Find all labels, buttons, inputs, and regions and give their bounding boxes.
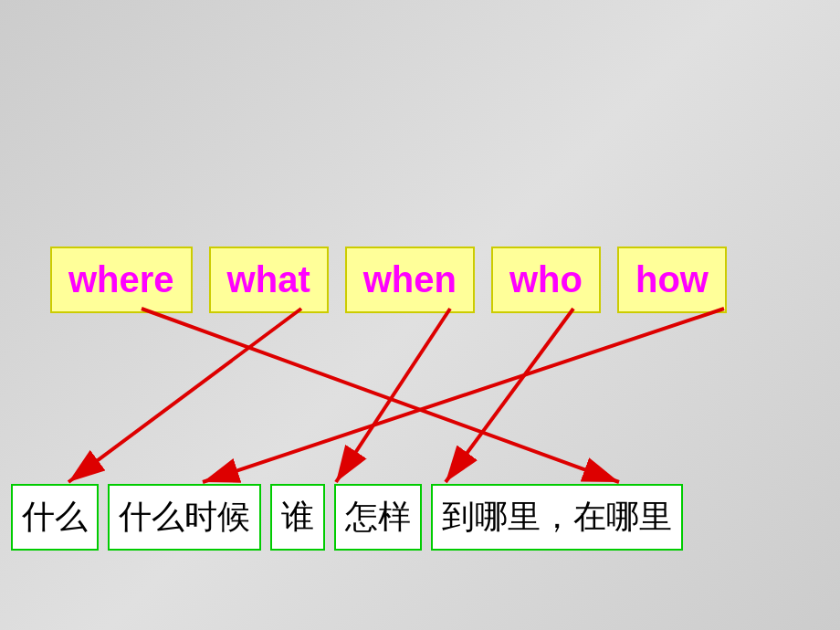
word-box-when: when — [345, 247, 475, 313]
top-words-row: where what when who how — [50, 247, 727, 313]
word-box-how: how — [617, 247, 727, 313]
arrow-when-shui — [336, 309, 450, 482]
chinese-box-daonali: 到哪里，在哪里 — [431, 484, 683, 551]
chinese-box-zenyang: 怎样 — [334, 484, 422, 551]
word-box-where: where — [50, 247, 193, 313]
arrow-where-daonali — [142, 309, 619, 482]
bottom-words-row: 什么 什么时候 谁 怎样 到哪里，在哪里 — [11, 484, 683, 551]
arrow-what-shime — [68, 309, 301, 482]
chinese-box-shui: 谁 — [270, 484, 325, 551]
arrow-who-zenyang — [446, 309, 573, 482]
word-box-what: what — [209, 247, 329, 313]
arrow-how-shimeshihou — [203, 309, 724, 482]
chinese-box-shimeshihou: 什么时候 — [108, 484, 261, 551]
main-container: where what when who how 什么 什么时候 谁 怎样 到哪里… — [0, 0, 840, 630]
chinese-box-shime: 什么 — [11, 484, 99, 551]
word-box-who: who — [491, 247, 601, 313]
